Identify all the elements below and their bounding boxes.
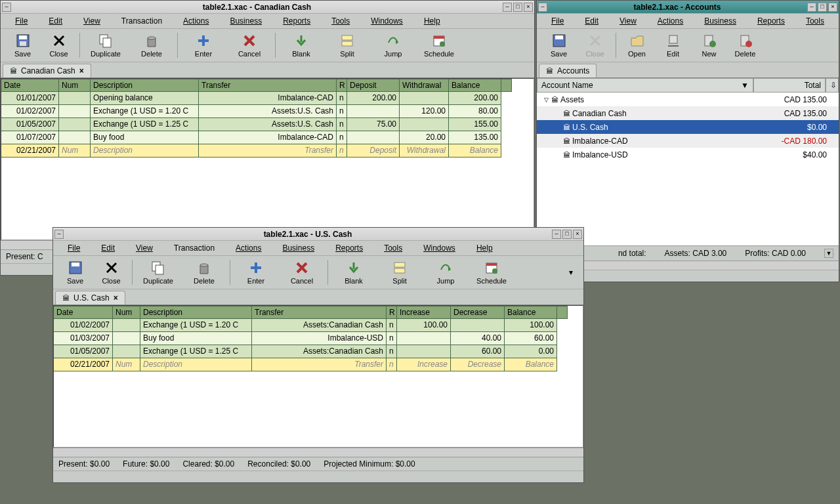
menu-windows[interactable]: Windows xyxy=(360,15,413,27)
close-button[interactable]: Close xyxy=(41,32,77,59)
blank-button[interactable]: Blank xyxy=(331,259,377,286)
col-account-name[interactable]: Account Name▼ xyxy=(537,78,753,93)
delete-button[interactable]: Delete xyxy=(129,32,175,59)
minimize-button[interactable] xyxy=(503,3,512,12)
close-window-button[interactable] xyxy=(828,3,837,12)
tab-us-cash[interactable]: 🏛 U.S. Cash × xyxy=(55,291,125,304)
menu-actions[interactable]: Actions xyxy=(647,15,694,27)
menu-business[interactable]: Business xyxy=(694,15,747,27)
maximize-button[interactable] xyxy=(562,230,572,239)
cell[interactable]: Transfer xyxy=(252,358,387,371)
tab-canadian-cash[interactable]: 🏛 Canadian Cash × xyxy=(3,64,91,77)
menu-transaction[interactable]: Transaction xyxy=(163,242,225,254)
table-row[interactable]: 02/21/2007NumDescriptionTransfernIncreas… xyxy=(54,358,583,371)
menu-transaction[interactable]: Transaction xyxy=(111,15,173,27)
split-button[interactable]: Split xyxy=(324,32,370,59)
schedule-button[interactable]: Schedule xyxy=(416,32,462,59)
col-expand-icon[interactable]: ⇩ xyxy=(826,78,839,93)
table-row[interactable]: 01/05/2007Exchange (1 USD = 1.25 CAssets… xyxy=(1,118,534,131)
titlebar-menu-icon[interactable] xyxy=(2,3,11,12)
delete-button[interactable]: Delete xyxy=(181,259,227,286)
account-row[interactable]: 🏛Imbalance-CAD-CAD 180.00 xyxy=(537,134,839,148)
jump-button[interactable]: Jump xyxy=(370,32,416,59)
menu-file[interactable]: File xyxy=(5,15,38,27)
save-button[interactable]: Save xyxy=(541,32,577,59)
col-header[interactable]: R xyxy=(337,79,347,92)
menu-edit[interactable]: Edit xyxy=(91,242,125,254)
table-row[interactable]: 01/02/2007Exchange (1 USD = 1.20 CAssets… xyxy=(54,319,583,332)
col-header[interactable]: R xyxy=(387,306,397,319)
cell[interactable]: Transfer xyxy=(199,144,337,158)
cell[interactable]: Description xyxy=(140,358,252,371)
account-row[interactable]: ▽🏛AssetsCAD 135.00 xyxy=(537,93,839,106)
cell[interactable]: Description xyxy=(91,144,199,158)
save-button[interactable]: Save xyxy=(5,32,41,59)
cell[interactable]: Withdrawal xyxy=(400,144,449,158)
cell[interactable]: Decrease xyxy=(451,358,505,371)
table-row[interactable]: 02/21/2007NumDescriptionTransfernDeposit… xyxy=(1,144,534,158)
jump-button[interactable]: Jump xyxy=(423,259,469,286)
cell[interactable]: n xyxy=(387,358,397,371)
split-button[interactable]: Split xyxy=(377,259,423,286)
col-header[interactable]: Transfer xyxy=(252,306,387,319)
cell[interactable]: Increase xyxy=(397,358,451,371)
menu-windows[interactable]: Windows xyxy=(413,242,466,254)
table-row[interactable]: 01/03/2007Buy foodImbalance-USDn40.0060.… xyxy=(54,332,583,345)
enter-button[interactable]: Enter xyxy=(233,259,279,286)
table-row[interactable]: 01/07/2007Buy foodImbalance-CADn20.00135… xyxy=(1,131,534,144)
table-row[interactable]: 01/01/2007Opening balanceImbalance-CADn2… xyxy=(1,92,534,105)
col-header[interactable]: Date xyxy=(1,79,59,92)
blank-button[interactable]: Blank xyxy=(278,32,324,59)
minimize-button[interactable] xyxy=(552,230,561,239)
tab-close-icon[interactable]: × xyxy=(114,293,118,303)
col-header[interactable]: Transfer xyxy=(199,79,337,92)
cell[interactable]: 02/21/2007 xyxy=(1,144,59,158)
account-row[interactable]: 🏛U.S. Cash$0.00 xyxy=(537,120,839,134)
menu-reports[interactable]: Reports xyxy=(325,242,373,254)
cell[interactable]: Balance xyxy=(449,144,501,158)
menu-edit[interactable]: Edit xyxy=(38,15,73,27)
minimize-button[interactable] xyxy=(807,3,816,12)
titlebar-menu-icon[interactable] xyxy=(538,3,547,12)
cancel-button[interactable]: Cancel xyxy=(279,259,325,286)
col-header[interactable]: Description xyxy=(140,306,252,319)
menu-reports[interactable]: Reports xyxy=(747,15,795,27)
titlebar-menu-icon[interactable] xyxy=(54,230,64,239)
titlebar[interactable]: table2.1.xac - Canadian Cash xyxy=(1,1,534,14)
new-button[interactable]: New xyxy=(691,32,727,59)
cell[interactable]: n xyxy=(337,144,347,158)
edit-button[interactable]: Edit xyxy=(655,32,691,59)
maximize-button[interactable] xyxy=(818,3,827,12)
toolbar-overflow-icon[interactable]: ▾ xyxy=(562,268,579,277)
duplicate-button[interactable]: Duplicate xyxy=(135,259,181,286)
menu-tools[interactable]: Tools xyxy=(795,15,835,27)
col-header[interactable]: Num xyxy=(59,79,91,92)
summary-dropdown-icon[interactable]: ▼ xyxy=(824,249,833,258)
menu-reports[interactable]: Reports xyxy=(272,15,321,27)
menu-tools[interactable]: Tools xyxy=(373,242,413,254)
cell[interactable]: 02/21/2007 xyxy=(54,358,113,371)
maximize-button[interactable] xyxy=(513,3,522,12)
table-row[interactable]: 01/05/2007Exchange (1 USD = 1.25 CAssets… xyxy=(54,345,583,358)
titlebar[interactable]: table2.1.xac - Accounts xyxy=(537,1,839,14)
delete-button[interactable]: Delete xyxy=(727,32,763,59)
col-total[interactable]: Total xyxy=(753,78,826,93)
col-header[interactable]: Description xyxy=(91,79,199,92)
col-header[interactable]: Date xyxy=(54,306,113,319)
ledger-body[interactable]: 01/01/2007Opening balanceImbalance-CADn2… xyxy=(1,92,534,240)
col-header[interactable]: Deposit xyxy=(347,79,400,92)
menu-file[interactable]: File xyxy=(541,15,574,27)
col-header[interactable]: Num xyxy=(113,306,140,319)
horizontal-scrollbar[interactable] xyxy=(53,448,583,457)
col-header[interactable]: Increase xyxy=(397,306,451,319)
cancel-button[interactable]: Cancel xyxy=(226,32,272,59)
menu-view[interactable]: View xyxy=(609,15,647,27)
tab-close-icon[interactable]: × xyxy=(79,66,84,75)
accounts-tree[interactable]: ▽🏛AssetsCAD 135.00🏛Canadian CashCAD 135.… xyxy=(537,93,839,245)
cell[interactable]: Balance xyxy=(505,358,557,371)
menu-help[interactable]: Help xyxy=(413,15,451,27)
close-window-button[interactable] xyxy=(573,230,582,239)
duplicate-button[interactable]: Duplicate xyxy=(83,32,129,59)
menu-actions[interactable]: Actions xyxy=(173,15,219,27)
open-button[interactable]: Open xyxy=(619,32,655,59)
